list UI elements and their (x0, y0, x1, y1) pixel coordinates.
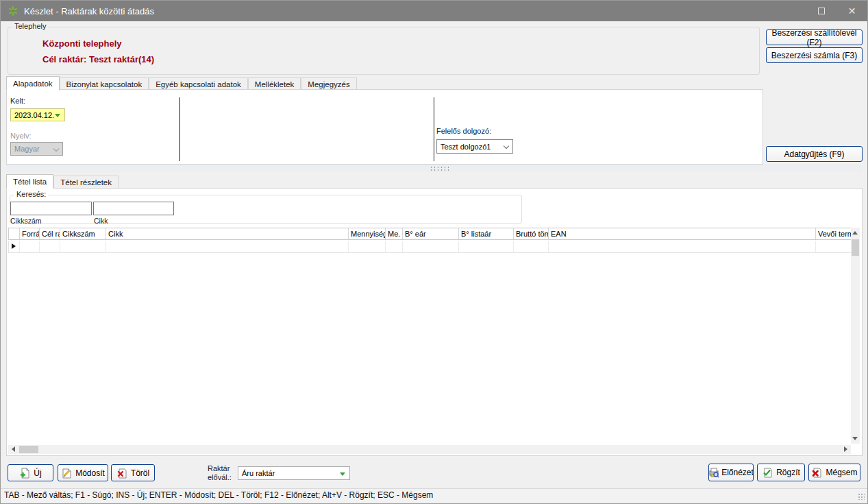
warehouse-preselect-label: Raktár elővál.: (208, 464, 232, 482)
chevron-down-icon (53, 146, 59, 152)
language-combobox: Magyar (10, 142, 63, 156)
search-cikk-label: Cikk (94, 217, 108, 225)
new-icon (19, 468, 30, 479)
resize-grip[interactable] (858, 493, 865, 500)
new-button[interactable]: Új (8, 464, 53, 481)
chevron-down-icon (504, 143, 509, 149)
column-header-7[interactable]: B° listaár (459, 228, 514, 239)
preview-button-label: Előnézet (721, 468, 754, 477)
target-warehouse-text: Cél raktár: Teszt raktár(14) (42, 54, 154, 64)
form-divider (179, 97, 180, 161)
data-collect-button[interactable]: Adatgyűjtés (F9) (766, 146, 863, 162)
main-tabstrip: AlapadatokBizonylat kapcsolatokEgyéb kap… (6, 75, 357, 90)
column-header-0[interactable]: Forrás (20, 228, 40, 239)
row-cell-10 (816, 241, 852, 252)
warehouse-preselect-combobox[interactable]: Áru raktár (238, 466, 350, 480)
main-tab-0[interactable]: Alapadatok (6, 76, 60, 91)
row-cell-0 (20, 241, 40, 252)
maximize-button[interactable] (806, 1, 836, 21)
grid-header: ForrásCél rakCikkszámCikkMennyiségMe.B° … (8, 228, 851, 240)
save-icon (762, 467, 773, 478)
scroll-right-icon[interactable] (844, 446, 847, 452)
telephely-groupbox: Telephely Központi telephely Cél raktár:… (8, 27, 760, 75)
close-button[interactable]: ✕ (836, 1, 867, 21)
search-group-label: Keresés: (14, 190, 48, 198)
splitter-handle[interactable] (6, 165, 863, 172)
app-window: Készlet - Raktárak közötti átadás ✕ Tele… (0, 0, 868, 504)
column-header-2[interactable]: Cikkszám (60, 228, 106, 239)
main-tab-1[interactable]: Bizonylat kapcsolatok (60, 77, 149, 90)
edit-button[interactable]: Módosít (58, 464, 108, 481)
row-cell-9 (549, 241, 816, 252)
row-cell-6 (403, 241, 459, 252)
nyelv-label: Nyelv: (10, 132, 32, 140)
edit-icon (61, 468, 72, 479)
new-button-label: Új (34, 468, 41, 478)
main-tab-3[interactable]: Mellékletek (248, 77, 301, 90)
warehouse-preselect-value: Áru raktár (242, 469, 275, 477)
splitter-grip-icon (430, 166, 449, 171)
column-header-6[interactable]: B° eár (403, 228, 459, 239)
window-title: Készlet - Raktárak közötti átadás (24, 6, 154, 16)
row-cell-4 (349, 241, 386, 252)
detail-tab-1[interactable]: Tétel részletek (53, 176, 119, 188)
purchase-invoice-button[interactable]: Beszerzési számla (F3) (766, 47, 863, 63)
scroll-up-icon[interactable] (852, 231, 858, 235)
row-cell-7 (459, 241, 514, 252)
scroll-left-icon[interactable] (12, 446, 15, 452)
titlebar[interactable]: Készlet - Raktárak közötti átadás ✕ (1, 1, 867, 21)
warehouse-label-line2: elővál.: (208, 473, 232, 482)
row-cell-1 (40, 241, 60, 252)
delete-button[interactable]: Töröl (111, 464, 155, 481)
dropdown-arrow-icon (55, 114, 60, 117)
search-cikkszam-input[interactable] (10, 202, 92, 215)
preview-icon (708, 467, 719, 478)
language-value: Magyar (14, 145, 40, 153)
marker-column-header (9, 228, 20, 239)
main-tabpage: Kelt: 2023.04.12. Nyelv: Magyar Felelős … (6, 89, 763, 165)
form-divider (434, 97, 434, 161)
vertical-scrollbar[interactable] (851, 228, 860, 444)
row-marker-cell (9, 241, 20, 252)
column-header-10[interactable]: Vevői term (816, 228, 852, 239)
date-picker[interactable]: 2023.04.12. (10, 108, 65, 121)
app-icon (8, 5, 18, 16)
horizontal-scrollbar-thumb[interactable] (19, 446, 38, 453)
main-tab-4[interactable]: Megjegyzés (301, 77, 356, 90)
date-value: 2023.04.12. (14, 111, 54, 119)
column-header-9[interactable]: EAN (549, 228, 816, 239)
main-tab-2[interactable]: Egyéb kapcsolati adatok (149, 77, 248, 90)
save-button[interactable]: Rögzít (757, 464, 805, 481)
horizontal-scrollbar[interactable] (8, 445, 851, 454)
vertical-scrollbar-thumb[interactable] (852, 239, 859, 256)
warehouse-label-line1: Raktár (208, 464, 232, 473)
row-cell-3 (106, 241, 349, 252)
statusbar: TAB - Mező váltás; F1 - Súgó; INS - Új; … (1, 488, 868, 502)
scroll-down-icon[interactable] (852, 437, 858, 440)
preview-button[interactable]: Előnézet (708, 464, 754, 481)
delete-button-label: Töröl (131, 468, 149, 478)
search-cikkszam-label: Cikkszám (10, 217, 42, 225)
cancel-button[interactable]: Mégsem (808, 464, 860, 481)
maximize-icon (818, 8, 825, 14)
row-cell-5 (386, 241, 403, 252)
detail-tab-0[interactable]: Tétel lista (6, 174, 53, 189)
column-header-1[interactable]: Cél rak (40, 228, 60, 239)
row-cell-8 (514, 241, 549, 252)
responsible-worker-combobox[interactable]: Teszt dolgozó1 (436, 139, 513, 154)
column-header-4[interactable]: Mennyiség (349, 228, 386, 239)
table-row[interactable] (8, 241, 851, 253)
column-header-8[interactable]: Bruttó tömeg (514, 228, 549, 239)
kelt-label: Kelt: (10, 97, 25, 105)
site-name-text: Központi telephely (42, 38, 122, 49)
search-cikk-input[interactable] (93, 202, 174, 215)
row-cell-2 (60, 241, 106, 252)
statusbar-text: TAB - Mező váltás; F1 - Súgó; INS - Új; … (4, 490, 433, 500)
delete-icon (116, 468, 127, 479)
purchase-delivery-note-button[interactable]: Beszerzési szállítólevél (F2) (766, 29, 863, 45)
save-button-label: Rögzít (776, 468, 800, 477)
current-row-marker-icon (12, 243, 16, 249)
column-header-3[interactable]: Cikk (106, 228, 349, 239)
responsible-worker-value: Teszt dolgozó1 (441, 143, 491, 151)
column-header-5[interactable]: Me. (386, 228, 403, 239)
